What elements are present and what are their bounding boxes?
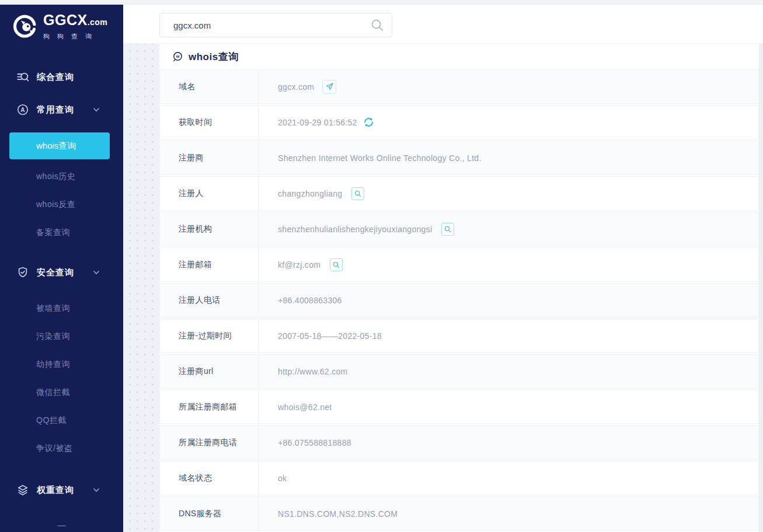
table-row: 域名 ggcx.com (159, 69, 759, 104)
chevron-down-icon (92, 105, 101, 114)
row-value: http://www.62.com (278, 367, 347, 376)
sidebar-group-weight-query[interactable]: 权重查询 (0, 474, 123, 506)
row-label: 注册人电话 (160, 284, 259, 317)
row-value: +86.4008863306 (278, 296, 342, 305)
row-value: shenzhenhulianlishengkejiyouxiangongsi (278, 225, 432, 234)
row-label: 注册商 (160, 141, 259, 174)
table-row: 注册邮箱 kf@rzj.com (159, 247, 759, 282)
sidebar-item-icp-record[interactable]: 备案查询 (0, 219, 123, 247)
row-value: 2007-05-18——2022-05-18 (278, 331, 382, 341)
dog-logo-icon (12, 13, 38, 40)
svg-text:w: w (176, 54, 180, 59)
sidebar-group-security-query[interactable]: 安全查询 (0, 256, 123, 289)
sidebar-item-hijack-query[interactable]: 劫持查询 (0, 351, 123, 379)
sidebar-item-label: 被墙查询 (36, 303, 70, 314)
page-title: whois查询 (189, 50, 239, 64)
layers-icon (16, 484, 29, 496)
chevron-down-icon (92, 268, 101, 277)
row-label: 所属注册商电话 (160, 426, 259, 459)
search-lookup-icon[interactable] (351, 187, 364, 200)
sidebar-item-qq-block[interactable]: QQ拦截 (0, 407, 123, 435)
sidebar-item-label: 污染查询 (36, 331, 70, 342)
sidebar-footer-dash: — (0, 520, 123, 530)
row-label: 获取时间 (160, 106, 259, 139)
section-header: w whois查询 (159, 44, 759, 69)
row-label: 注册商url (160, 355, 259, 388)
sidebar-item-comprehensive-query[interactable]: 综合查询 (0, 61, 123, 93)
search-lookup-icon[interactable] (441, 223, 454, 236)
table-row: DNS服务器 NS1.DNS.COM,NS2.DNS.COM (159, 496, 759, 531)
sidebar-item-whois-reverse[interactable]: whois反查 (0, 191, 123, 219)
sidebar-group-label: 常用查询 (37, 104, 74, 116)
sidebar-item-pollution-query[interactable]: 污染查询 (0, 323, 123, 351)
sidebar-item-blocked-query[interactable]: 被墙查询 (0, 295, 123, 323)
row-label: 域名状态 (160, 461, 259, 495)
row-label: 域名 (160, 70, 259, 103)
sidebar-item-label: 微信拦截 (36, 387, 70, 398)
logo[interactable]: GGCX.com 狗 狗 查 询 (0, 5, 123, 41)
sidebar-item-label: whois反查 (36, 200, 75, 210)
dotted-gutter (123, 44, 159, 532)
sidebar-item-whois-query[interactable]: whois查询 (9, 132, 110, 159)
whois-result-card: w whois查询 域名 ggcx.com (159, 44, 759, 532)
sidebar-group-common-query[interactable]: A 常用查询 (0, 93, 123, 126)
row-value: 2021-09-29 01:56:52 (278, 118, 357, 127)
table-row: 注册人 changzhongliang (159, 176, 759, 211)
sidebar: GGCX.com 狗 狗 查 询 综合查询 (0, 5, 123, 532)
brand-subtitle: 狗 狗 查 询 (43, 32, 107, 41)
table-row: 注册人电话 +86.4008863306 (159, 283, 759, 317)
table-row: 获取时间 2021-09-29 01:56:52 (159, 105, 759, 139)
search-box (159, 13, 392, 37)
row-value: kf@rzj.com (278, 260, 320, 270)
table-row: 所属注册商邮箱 whois@62.net (159, 390, 759, 424)
sidebar-item-whois-history[interactable]: whois历史 (0, 163, 123, 191)
svg-text:A: A (20, 107, 25, 113)
circle-a-icon: A (16, 103, 29, 116)
sidebar-item-label: 综合查询 (37, 72, 74, 83)
refresh-icon[interactable] (363, 117, 374, 128)
sidebar-nav: 综合查询 A 常用查询 whois查询 whois历史 (0, 61, 123, 530)
search-input[interactable] (160, 20, 370, 31)
row-value: ok (278, 474, 287, 483)
table-row: 注册-过期时间 2007-05-18——2022-05-18 (159, 318, 759, 353)
search-icon[interactable] (370, 18, 384, 32)
row-value: changzhongliang (278, 189, 342, 198)
table-row: 所属注册商电话 +86.075588818888 (159, 425, 759, 460)
row-label: 注册邮箱 (160, 248, 259, 281)
table-row: 域名状态 ok (159, 461, 759, 495)
whois-table: 域名 ggcx.com 获取时间 2021-09-29 01:56:52 (159, 69, 759, 531)
search-list-icon (16, 71, 29, 83)
app-root: GGCX.com 狗 狗 查 询 综合查询 (0, 0, 763, 532)
send-icon[interactable] (322, 80, 336, 94)
sidebar-item-dispute-stolen[interactable]: 争议/被盗 (0, 435, 123, 463)
chevron-down-icon (92, 485, 101, 495)
header-band (123, 5, 763, 44)
sidebar-item-label: QQ拦截 (36, 415, 67, 426)
brand-name: GGCX (43, 12, 88, 28)
table-row: 注册商url http://www.62.com (159, 354, 759, 388)
search-lookup-icon[interactable] (330, 258, 343, 271)
sidebar-group-label: 权重查询 (37, 485, 74, 496)
sidebar-item-label: 备案查询 (36, 228, 70, 238)
row-value: +86.075588818888 (278, 438, 351, 447)
row-label: 注册人 (160, 177, 259, 210)
sidebar-group-label: 安全查询 (37, 267, 74, 278)
table-row: 注册机构 shenzhenhulianlishengkejiyouxiangon… (159, 212, 759, 246)
top-edge-strip (0, 0, 763, 5)
sidebar-item-label: whois历史 (36, 172, 75, 182)
sidebar-item-label: 劫持查询 (36, 359, 70, 370)
sidebar-item-label: 争议/被盗 (36, 443, 72, 454)
row-label: 所属注册商邮箱 (160, 390, 259, 424)
row-value: whois@62.net (278, 402, 332, 412)
row-label: 注册机构 (160, 212, 259, 246)
row-value: ggcx.com (278, 82, 314, 92)
brand-suffix: .com (88, 18, 108, 27)
row-label: DNS服务器 (160, 497, 259, 530)
sidebar-item-label: whois查询 (36, 141, 76, 152)
row-label: 注册-过期时间 (160, 319, 259, 352)
table-row: 注册商 Shenzhen Internet Works Online Techn… (159, 141, 759, 175)
sidebar-item-wechat-block[interactable]: 微信拦截 (0, 379, 123, 407)
whois-magnifier-icon: w (172, 51, 183, 62)
row-value: Shenzhen Internet Works Online Technolog… (278, 153, 482, 163)
row-value: NS1.DNS.COM,NS2.DNS.COM (278, 509, 398, 519)
